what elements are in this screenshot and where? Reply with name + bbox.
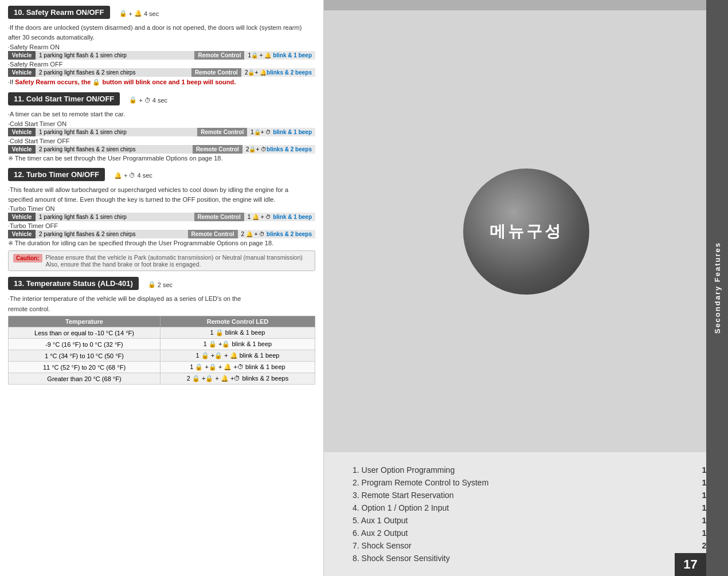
remote-label6: Remote Control <box>188 230 238 238</box>
timer-icon5: ⏱ <box>265 214 271 220</box>
turbo-on-desc: 1 parking light flash & 1 siren chirp <box>36 213 194 221</box>
list-item: 4. Option 1 / Option 2 Input 19 <box>353 501 711 514</box>
table-row: 11 °C (52 °F) to 20 °C (68 °F) 1 🔒 +🔒 + … <box>9 362 315 373</box>
section-13: 13. Temperature Status (ALD-401) 🔒 2 sec… <box>8 277 315 385</box>
menu-item-7: 7. Shock Sensor <box>353 541 467 550</box>
menu-item-1: 1. User Option Programming <box>353 465 467 475</box>
list-item: 6. Aux 2 Output 19 <box>353 527 711 539</box>
section-13-body2: remote control. <box>8 305 315 314</box>
remote-label5: Remote Control <box>194 213 244 221</box>
temp-cell: 11 °C (52 °F) to 20 °C (68 °F) <box>9 362 161 373</box>
key-icon: 🔒 <box>251 52 258 58</box>
safety-off-action: 2🔒+ 🔔blinks & 2 beeps <box>241 68 315 77</box>
turbo-off-label: ·Turbo Timer OFF <box>8 222 315 229</box>
section-12-body2: specified amount of time. Even though th… <box>8 195 315 204</box>
side-label: Secondary Features <box>713 242 722 334</box>
bell-icon3: 🔔 <box>260 69 267 76</box>
table-row: 1 °C (34 °F) to 10 °C (50 °F) 1 🔒 +🔒 + 🔔… <box>9 350 315 362</box>
turbo-on-row: Vehicle 1 parking light flash & 1 siren … <box>8 213 315 221</box>
safety-off-desc: 2 parking light flashes & 2 siren chirps <box>36 68 191 77</box>
turbo-note: ※ The duration for idling can be specifi… <box>8 240 315 247</box>
led-cell: 2 🔒 +🔒 + 🔔 +⏱ blinks & 2 beeps <box>160 373 315 385</box>
cold-on-action: 1🔒+ ⏱ blink & 1 beep <box>247 128 315 136</box>
section-13-body1: ·The interior temperature of the vehicle… <box>8 295 315 303</box>
led-col-header: Remote Control LED <box>160 316 315 327</box>
remote-label4: Remote Control <box>193 145 242 154</box>
cold-off-action: 2🔒+ ⏱blinks & 2 beeps <box>242 145 315 154</box>
turbo-on-action: 1 🔔 + ⏱ blink & 1 beep <box>244 213 315 221</box>
section-13-formula: 🔒 2 sec <box>148 281 173 288</box>
section-11-formula: 🔒 + ⏱ 4 sec <box>129 96 167 104</box>
temp-cell: 1 °C (34 °F) to 10 °C (50 °F) <box>9 350 161 362</box>
key-icon4: 🔒 <box>92 79 100 85</box>
bell-icon10: 🔔 <box>246 231 253 237</box>
cold-start-note: ※ The timer can be set through the User … <box>8 155 315 162</box>
cold-start-on-row: Vehicle 1 parking light flash & 1 siren … <box>8 128 315 136</box>
temp-cell: Less than or equal to -10 °C (14 °F) <box>9 327 161 339</box>
cold-on-desc: 1 parking light flash & 1 siren chirp <box>36 128 197 136</box>
lock-icon: 🔒 <box>119 10 127 17</box>
section-10: 10. Safety Rearm ON/OFF 🔒 + 🔔 4 sec ·If … <box>8 6 315 87</box>
vehicle-label5: Vehicle <box>8 213 36 221</box>
led-cell: 1 🔒 +🔒 blink & 1 beep <box>160 339 315 350</box>
turbo-off-action: 2 🔔 + ⏱ blinks & 2 beeps <box>238 230 315 238</box>
left-panel: 10. Safety Rearm ON/OFF 🔒 + 🔔 4 sec ·If … <box>0 0 324 576</box>
cold-start-off-row: Vehicle 2 parking light flashes & 2 sire… <box>8 145 315 154</box>
list-item: 3. Remote Start Reservation 19 <box>353 489 711 501</box>
led-cell: 1 🔒 +🔒 + 🔔 +⏱ blink & 1 beep <box>160 362 315 373</box>
menu-item-5: 5. Aux 1 Output <box>353 516 467 525</box>
safety-rearm-off-row: Vehicle 2 parking light flashes & 2 sire… <box>8 68 315 77</box>
list-item: 5. Aux 1 Output 19 <box>353 514 711 527</box>
section-12: 12. Turbo Timer ON/OFF 🔔 + ⏱ 4 sec ·This… <box>8 168 315 272</box>
cold-start-off-label: ·Cold Start Timer OFF <box>8 138 315 144</box>
safety-rearm-note: ·If Safety Rearm occurs, the 🔒 button wi… <box>8 78 315 87</box>
list-item: 1. User Option Programming 18 <box>353 464 711 476</box>
lock-icon6: 🔒 <box>254 129 261 135</box>
lock-icon7: 🔒 <box>249 146 256 152</box>
bell-icon8: 🔔 <box>114 172 122 179</box>
menu-item-4: 4. Option 1 / Option 2 Input <box>353 503 467 512</box>
section-11-title: 11. Cold Start Timer ON/OFF <box>8 92 120 105</box>
table-row: Less than or equal to -10 °C (14 °F) 1 🔒… <box>9 327 315 339</box>
top-decoration <box>324 0 728 10</box>
lock-icon11: 🔒 <box>148 281 156 288</box>
timer-icon6: ⏱ <box>259 231 265 237</box>
section-10-body2: after 30 seconds automatically. <box>8 33 315 42</box>
led-cell: 1 🔒 blink & 1 beep <box>160 327 315 339</box>
remote-label3: Remote Control <box>197 128 247 136</box>
table-row: Greater than 20 °C (68 °F) 2 🔒 +🔒 + 🔔 +⏱… <box>9 373 315 385</box>
remote-control-label: Remote Control <box>194 51 244 60</box>
turbo-on-label: ·Turbo Timer ON <box>8 205 315 212</box>
turbo-off-row: Vehicle 2 parking light flashes & 2 sire… <box>8 230 315 238</box>
safety-on-desc: 1 parking light flash & 1 siren chirp <box>36 51 194 60</box>
korean-title: 메뉴구성 <box>490 221 563 242</box>
section-12-body1: ·This feature will allow turbocharged or… <box>8 186 315 194</box>
safety-rearm-off-label: ·Safety Rearm OFF <box>8 61 315 68</box>
section-12-title: 12. Turbo Timer ON/OFF <box>8 168 105 181</box>
safety-on-action: 1🔒 + 🔔 blink & 1 beep <box>244 51 315 60</box>
caution-label: Caution: <box>13 254 42 262</box>
temperature-table: Temperature Remote Control LED Less than… <box>8 316 315 385</box>
menu-list-area: 1. User Option Programming 18 2. Program… <box>324 452 728 576</box>
cold-start-on-label: ·Cold Start Timer ON <box>8 120 315 127</box>
lock-icon5: 🔒 <box>129 96 137 104</box>
led-cell: 1 🔒 +🔒 + 🔔 blink & 1 beep <box>160 350 315 362</box>
table-row: -9 °C (16 °F) to 0 °C (32 °F) 1 🔒 +🔒 bli… <box>9 339 315 350</box>
vehicle-label6: Vehicle <box>8 230 36 238</box>
menu-item-3: 3. Remote Start Reservation <box>353 491 467 500</box>
list-item: 7. Shock Sensor 20 <box>353 539 711 552</box>
menu-item-8: 8. Shock Sensor Sensitivity <box>353 554 467 563</box>
list-item: 2. Program Remote Control to System 18 <box>353 476 711 489</box>
section-11: 11. Cold Start Timer ON/OFF 🔒 + ⏱ 4 sec … <box>8 92 315 162</box>
vehicle-label4: Vehicle <box>8 145 36 154</box>
menu-item-2: 2. Program Remote Control to System <box>353 478 488 487</box>
timer-icon: ⏱ <box>144 97 151 104</box>
vehicle-label2: Vehicle <box>8 68 36 77</box>
side-label-bar: Secondary Features <box>706 0 728 576</box>
menu-list: 1. User Option Programming 18 2. Program… <box>353 464 711 565</box>
cold-off-desc: 2 parking light flashes & 2 siren chirps <box>36 145 193 154</box>
section-13-title: 13. Temperature Status (ALD-401) <box>8 277 139 290</box>
menu-item-6: 6. Aux 2 Output <box>353 528 467 538</box>
timer-icon4: ⏱ <box>129 172 135 179</box>
vehicle-label: Vehicle <box>8 51 36 60</box>
